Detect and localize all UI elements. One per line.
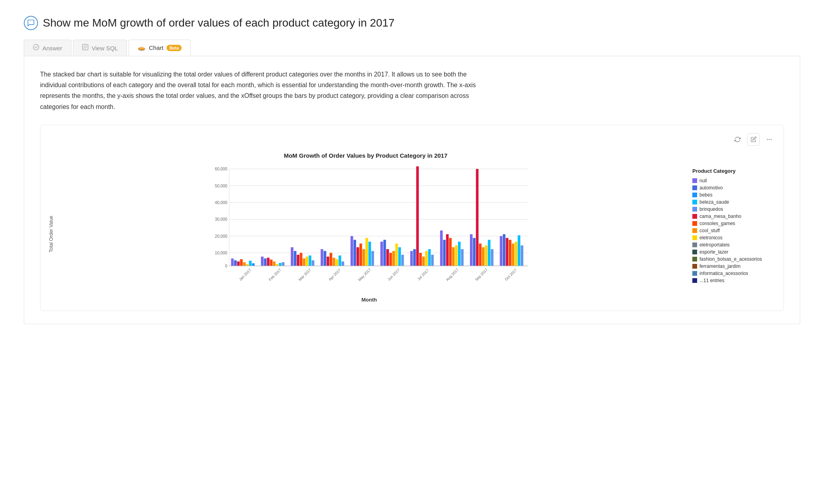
svg-rect-99 [521, 245, 523, 266]
svg-rect-43 [312, 260, 314, 266]
svg-rect-63 [389, 253, 392, 266]
svg-rect-64 [392, 251, 395, 266]
legend-item: null [692, 178, 776, 183]
legend-item-label: eletronicos [699, 235, 722, 241]
svg-rect-57 [366, 238, 368, 266]
tabs-bar: Answer View SQL 🥧 Chart Beta [24, 40, 800, 56]
legend-color-swatch [692, 200, 697, 204]
svg-text:Oct 2017: Oct 2017 [504, 267, 518, 281]
svg-rect-38 [297, 255, 299, 266]
legend-item: ...11 entries [692, 278, 776, 283]
legend-item: informatica_acessorios [692, 271, 776, 276]
svg-text:10,000: 10,000 [215, 251, 228, 255]
svg-rect-22 [237, 262, 240, 266]
svg-rect-29 [264, 258, 267, 266]
svg-rect-71 [419, 253, 422, 266]
svg-rect-56 [362, 249, 365, 266]
svg-rect-49 [335, 259, 338, 266]
y-axis-label: Total Order Value [48, 165, 54, 303]
svg-rect-94 [506, 238, 508, 266]
svg-rect-48 [333, 258, 335, 266]
legend-item: eletronicos [692, 235, 776, 241]
legend-item-label: brinquedos [699, 206, 723, 212]
svg-text:30,000: 30,000 [215, 217, 228, 221]
legend-item-label: cool_stuff [699, 228, 720, 233]
legend-item: consoles_games [692, 221, 776, 226]
content-area: The stacked bar chart is suitable for vi… [24, 56, 800, 324]
svg-rect-95 [509, 240, 512, 266]
svg-rect-90 [488, 240, 491, 266]
tab-answer[interactable]: Answer [24, 40, 71, 56]
legend-color-swatch [692, 278, 697, 283]
svg-rect-78 [446, 234, 449, 266]
tab-chart[interactable]: 🥧 Chart Beta [128, 40, 191, 56]
legend-item-label: fashion_bolsas_e_acessorios [699, 256, 762, 262]
legend-item-label: esporte_lazer [699, 249, 728, 255]
svg-rect-74 [428, 249, 431, 266]
refresh-button[interactable] [731, 133, 744, 146]
svg-rect-45 [324, 251, 326, 266]
svg-rect-82 [458, 242, 461, 266]
legend-item: beleza_saude [692, 199, 776, 205]
svg-text:May 2017: May 2017 [357, 267, 372, 282]
tab-chart-label: Chart [149, 44, 163, 51]
svg-point-4 [770, 139, 772, 140]
legend-item-label: beleza_saude [699, 199, 729, 205]
legend-item: cool_stuff [692, 228, 776, 233]
svg-rect-79 [449, 238, 452, 266]
chart-toolbar [48, 133, 776, 146]
svg-rect-20 [231, 258, 234, 266]
legend-color-swatch [692, 264, 697, 269]
svg-rect-69 [413, 249, 416, 266]
svg-rect-96 [512, 243, 515, 265]
svg-rect-41 [306, 256, 309, 266]
legend-color-swatch [692, 242, 697, 247]
svg-rect-27 [252, 263, 255, 266]
tab-sql-label: View SQL [92, 45, 118, 52]
tab-view-sql[interactable]: View SQL [73, 40, 127, 56]
legend-items: nullautomotivobebesbeleza_saudebrinquedo… [692, 178, 776, 283]
svg-text:Jul 2017: Jul 2017 [416, 268, 429, 281]
svg-rect-61 [383, 240, 386, 266]
svg-rect-60 [380, 242, 383, 266]
chart-description: The stacked bar chart is suitable for vi… [40, 69, 476, 112]
svg-point-3 [769, 139, 770, 140]
svg-rect-55 [360, 243, 362, 265]
legend-color-swatch [692, 271, 697, 276]
chart-plot: 60,000 50,000 40,000 30,000 20,000 10,00… [56, 165, 683, 303]
legend-item-label: automotivo [699, 185, 723, 191]
svg-rect-40 [303, 258, 305, 266]
svg-rect-83 [461, 249, 464, 266]
svg-rect-80 [452, 247, 455, 266]
svg-rect-51 [341, 262, 344, 266]
legend-item-label: ...11 entries [699, 278, 724, 283]
more-options-button[interactable] [763, 133, 776, 146]
svg-point-2 [767, 139, 768, 140]
legend-color-swatch [692, 235, 697, 240]
svg-rect-42 [309, 256, 312, 266]
svg-text:60,000: 60,000 [215, 167, 228, 171]
query-icon [24, 16, 38, 30]
edit-button[interactable] [747, 133, 760, 146]
svg-rect-59 [372, 251, 374, 266]
legend-item: ferramentas_jardim [692, 263, 776, 269]
svg-rect-39 [300, 253, 303, 266]
bar-chart-svg: 60,000 50,000 40,000 30,000 20,000 10,00… [56, 165, 683, 292]
svg-rect-70 [416, 166, 419, 266]
svg-rect-77 [443, 240, 446, 266]
svg-text:Sep 2017: Sep 2017 [474, 267, 489, 282]
svg-rect-30 [267, 258, 270, 266]
legend-item-label: informatica_acessorios [699, 271, 748, 276]
legend-item-label: ferramentas_jardim [699, 263, 740, 269]
svg-rect-24 [243, 262, 246, 265]
query-header: Show me MoM growth of order values of ea… [24, 16, 800, 30]
svg-text:20,000: 20,000 [215, 234, 228, 238]
svg-rect-85 [473, 238, 476, 266]
chart-wrapper: MoM Growth of Order Values by Product Ca… [48, 152, 776, 303]
svg-text:50,000: 50,000 [215, 183, 228, 188]
svg-rect-50 [339, 256, 341, 266]
legend-title: Product Category [692, 168, 776, 174]
svg-rect-92 [500, 236, 502, 266]
svg-rect-76 [440, 230, 443, 265]
svg-rect-87 [479, 243, 482, 265]
